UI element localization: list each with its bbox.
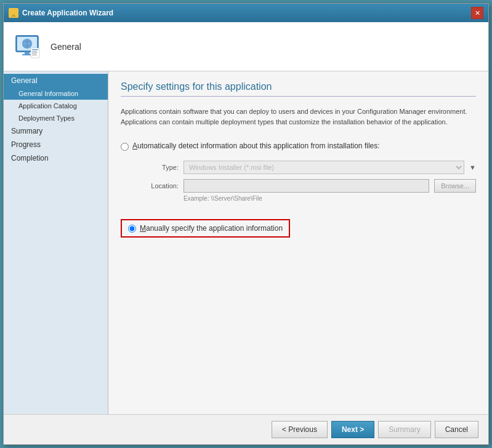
location-row: Location: Browse...	[135, 179, 476, 193]
svg-rect-15	[32, 55, 37, 55]
option-group: Automatically detect information about t…	[121, 142, 476, 238]
svg-rect-2	[11, 16, 16, 17]
manual-option-selected: Manually specify the application informa…	[121, 219, 290, 238]
sidebar-item-summary[interactable]: Summary	[4, 124, 108, 138]
type-row: Type: Windows Installer (*.msi file) Scr…	[135, 161, 476, 174]
header-title: General	[50, 42, 81, 52]
type-dropdown-arrow: ▼	[469, 164, 476, 171]
svg-rect-13	[32, 52, 38, 53]
auto-detect-underline: A	[132, 142, 137, 150]
svg-rect-12	[32, 51, 37, 52]
location-label: Location:	[135, 182, 179, 190]
svg-rect-8	[25, 52, 30, 54]
auto-detect-label[interactable]: Automatically detect information about t…	[132, 142, 380, 150]
cancel-button[interactable]: Cancel	[435, 421, 478, 438]
next-button[interactable]: Next >	[331, 421, 374, 438]
window-controls: ✕	[471, 7, 483, 19]
svg-rect-14	[32, 54, 36, 54]
svg-rect-11	[32, 49, 38, 50]
sidebar: General General Information Application …	[4, 71, 108, 414]
sidebar-item-progress[interactable]: Progress	[4, 138, 108, 151]
auto-detect-radio[interactable]	[121, 143, 129, 151]
wizard-header-icon	[14, 32, 43, 62]
auto-detect-suboptions: Type: Windows Installer (*.msi file) Scr…	[135, 161, 476, 202]
wizard-body: General General Information Application …	[4, 71, 488, 414]
content-description: Applications contain software that you c…	[121, 106, 476, 127]
manual-radio[interactable]	[128, 225, 136, 233]
sidebar-item-general[interactable]: General	[4, 74, 108, 87]
content-title: Specify settings for this application	[121, 81, 476, 97]
app-icon	[9, 8, 18, 18]
wizard-footer: < Previous Next > Summary Cancel	[4, 414, 488, 444]
wizard-header: General	[4, 22, 488, 71]
manual-label[interactable]: Manually specify the application informa…	[140, 224, 283, 233]
sidebar-item-completion[interactable]: Completion	[4, 151, 108, 165]
browse-button[interactable]: Browse...	[434, 179, 476, 193]
svg-rect-1	[12, 15, 15, 16]
manual-option-wrapper: Manually specify the application informa…	[121, 214, 476, 238]
close-button[interactable]: ✕	[471, 7, 483, 19]
type-label: Type:	[135, 164, 179, 171]
content-area: Specify settings for this application Ap…	[108, 71, 488, 414]
sidebar-item-application-catalog[interactable]: Application Catalog	[4, 100, 108, 112]
location-input[interactable]	[183, 179, 429, 193]
manual-underline: M	[140, 224, 146, 233]
summary-button[interactable]: Summary	[378, 421, 430, 438]
title-bar: Create Application Wizard ✕	[4, 4, 488, 22]
sidebar-item-deployment-types[interactable]: Deployment Types	[4, 112, 108, 124]
previous-button[interactable]: < Previous	[272, 421, 328, 438]
type-select[interactable]: Windows Installer (*.msi file) Script In…	[183, 161, 464, 174]
sidebar-item-general-information[interactable]: General Information	[4, 87, 108, 100]
auto-detect-option: Automatically detect information about t…	[121, 142, 476, 151]
example-text: Example: \\Server\Share\File	[183, 195, 476, 202]
svg-rect-9	[22, 54, 32, 55]
svg-rect-0	[10, 9, 17, 15]
window-title: Create Application Wizard	[22, 9, 113, 17]
